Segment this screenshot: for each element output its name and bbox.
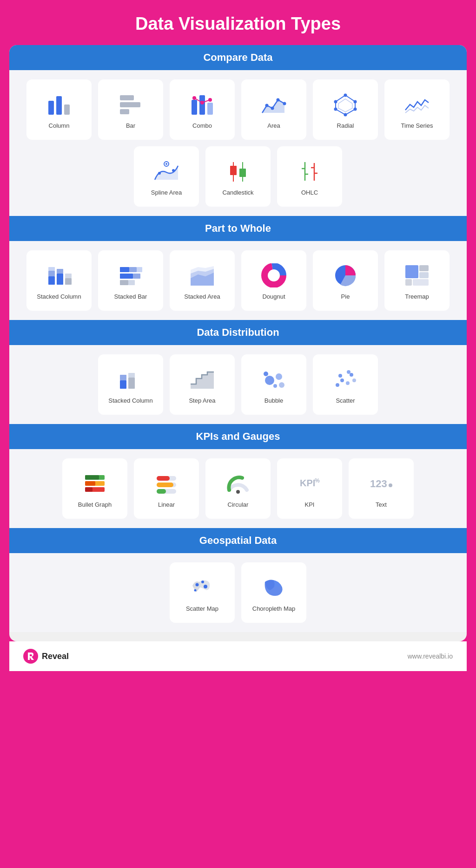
main-card: Compare Data Column xyxy=(9,45,467,641)
datadist-grid: Stacked Column Step Area xyxy=(23,354,453,415)
chart-item-scatter[interactable]: Scatter xyxy=(313,354,378,415)
svg-rect-68 xyxy=(128,373,135,378)
svg-rect-47 xyxy=(129,267,137,272)
section-body-geospatial: Scatter Map Choropleth Map xyxy=(9,553,467,632)
svg-point-28 xyxy=(172,169,175,172)
footer-logo: Reveal xyxy=(23,649,69,664)
svg-point-58 xyxy=(269,271,278,280)
svg-text:%: % xyxy=(315,477,320,484)
svg-point-22 xyxy=(344,113,347,116)
stackedcolumn2-icon xyxy=(117,365,145,393)
svg-point-97 xyxy=(389,483,392,487)
kpis-grid: Bullet Graph Linear xyxy=(23,458,453,519)
svg-marker-55 xyxy=(191,266,214,286)
linear-icon xyxy=(152,470,180,497)
footer-logo-text: Reveal xyxy=(42,652,69,661)
bar-icon xyxy=(117,91,145,118)
svg-rect-3 xyxy=(120,95,134,100)
chart-item-kpi[interactable]: KPI % KPI xyxy=(277,458,342,519)
chart-item-text[interactable]: 123 Text xyxy=(349,458,414,519)
svg-rect-32 xyxy=(239,169,246,177)
svg-rect-6 xyxy=(192,100,197,115)
svg-rect-64 xyxy=(413,279,429,286)
bubble-label: Bubble xyxy=(264,397,283,404)
svg-point-24 xyxy=(334,100,337,103)
svg-point-13 xyxy=(265,104,269,107)
svg-point-99 xyxy=(201,581,204,583)
footer: Reveal www.revealbi.io xyxy=(9,641,467,671)
svg-marker-18 xyxy=(338,99,352,112)
chart-item-candlestick[interactable]: Candlestick xyxy=(205,146,271,207)
chart-item-scattermap[interactable]: Scatter Map xyxy=(170,562,235,623)
svg-point-26 xyxy=(165,163,167,165)
svg-point-79 xyxy=(352,379,356,382)
svg-rect-45 xyxy=(65,274,72,278)
chart-item-linear[interactable]: Linear xyxy=(134,458,199,519)
combo-icon xyxy=(188,91,216,118)
text-chart-icon: 123 xyxy=(367,470,395,497)
chart-item-area[interactable]: Area xyxy=(241,79,306,140)
chart-item-bulletgraph[interactable]: Bullet Graph xyxy=(62,458,127,519)
bar-label: Bar xyxy=(126,122,135,129)
radial-label: Radial xyxy=(337,122,354,129)
linear-label: Linear xyxy=(158,501,175,508)
chart-item-treemap[interactable]: Treemap xyxy=(384,250,450,311)
chart-item-column[interactable]: Column xyxy=(26,79,92,140)
chart-item-combo[interactable]: Combo xyxy=(170,79,235,140)
chart-item-timeseries[interactable]: Time Series xyxy=(384,79,450,140)
scattermap-label: Scatter Map xyxy=(186,605,218,612)
donut-label: Dougnut xyxy=(262,293,285,300)
ohlc-icon xyxy=(296,157,324,185)
kpi-icon: KPI % xyxy=(296,470,324,497)
svg-rect-85 xyxy=(85,481,95,486)
svg-rect-62 xyxy=(419,272,429,278)
svg-rect-2 xyxy=(64,104,70,115)
chart-item-bubble[interactable]: Bubble xyxy=(241,354,306,415)
section-body-compare: Column Bar xyxy=(9,70,467,216)
chart-item-ohlc[interactable]: OHLC xyxy=(277,146,342,207)
svg-point-27 xyxy=(158,172,161,175)
section-body-kpis: Bullet Graph Linear xyxy=(9,449,467,528)
svg-point-71 xyxy=(264,372,268,376)
svg-rect-84 xyxy=(85,475,99,480)
svg-text:123: 123 xyxy=(370,478,387,489)
combo-label: Combo xyxy=(192,122,212,129)
area-label: Area xyxy=(267,122,280,129)
chart-item-stackedcolumn2[interactable]: Stacked Column xyxy=(98,354,163,415)
stackedbar-label: Stacked Bar xyxy=(114,293,147,300)
pie-label: Pie xyxy=(341,293,350,300)
chart-item-stackedbar[interactable]: Stacked Bar xyxy=(98,250,163,311)
chart-item-donut[interactable]: Dougnut xyxy=(241,250,306,311)
donut-icon xyxy=(260,261,288,289)
stackedbar-icon xyxy=(117,261,145,289)
svg-rect-39 xyxy=(48,276,55,285)
svg-point-19 xyxy=(344,93,347,97)
svg-point-93 xyxy=(236,490,240,494)
bulletgraph-label: Bullet Graph xyxy=(78,501,112,508)
chart-item-steparea[interactable]: Step Area xyxy=(170,354,235,415)
splinearea-icon xyxy=(152,157,180,185)
stackedarea-label: Stacked Area xyxy=(184,293,220,300)
stackedcolumn-label: Stacked Column xyxy=(37,293,81,300)
chart-item-circular[interactable]: Circular xyxy=(205,458,271,519)
chart-item-choroplethmap[interactable]: Choropleth Map xyxy=(241,562,306,623)
candlestick-icon xyxy=(224,157,252,185)
svg-rect-51 xyxy=(120,280,128,285)
compare-grid: Column Bar xyxy=(23,79,453,207)
svg-rect-60 xyxy=(405,265,418,278)
chart-item-stackedarea[interactable]: Stacked Area xyxy=(170,250,235,311)
svg-rect-49 xyxy=(120,274,133,279)
parttowhole-grid: Stacked Column Stacked Bar xyxy=(23,250,453,311)
chart-item-bar[interactable]: Bar xyxy=(98,79,163,140)
svg-rect-61 xyxy=(419,265,429,271)
page-title: Data Visualization Types xyxy=(135,14,341,34)
svg-rect-1 xyxy=(56,96,62,115)
chart-item-splinearea[interactable]: Spline Area xyxy=(134,146,199,207)
chart-item-pie[interactable]: Pie xyxy=(313,250,378,311)
chart-item-stackedcolumn[interactable]: Stacked Column xyxy=(26,250,92,311)
section-header-datadist: Data Distribution xyxy=(9,320,467,345)
timeseries-label: Time Series xyxy=(401,122,433,129)
svg-rect-43 xyxy=(57,269,63,274)
column-icon xyxy=(45,91,73,118)
chart-item-radial[interactable]: Radial xyxy=(313,79,378,140)
